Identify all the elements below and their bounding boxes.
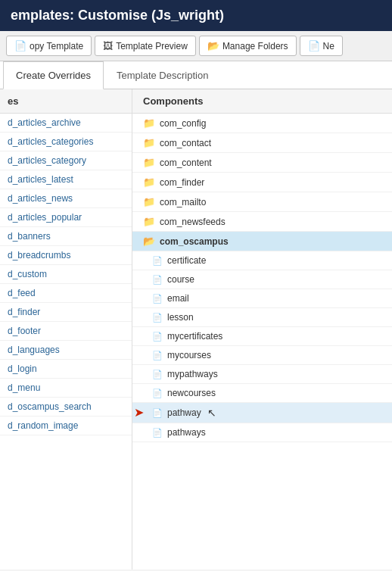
comp-label: pathway bbox=[167, 407, 201, 418]
template-preview-button[interactable]: 🖼 Template Preview bbox=[95, 36, 196, 56]
manage-folders-label: Manage Folders bbox=[222, 41, 288, 51]
list-item[interactable]: d_custom bbox=[0, 265, 132, 284]
copy-template-icon: 📄 bbox=[14, 40, 26, 51]
file-icon: 📄 bbox=[152, 313, 163, 323]
list-item[interactable]: d_languages bbox=[0, 341, 132, 360]
file-icon: 📄 bbox=[152, 388, 163, 398]
comp-item-mycourses[interactable]: 📄 mycourses bbox=[132, 346, 392, 365]
comp-label: mypathways bbox=[167, 369, 218, 379]
right-panel-header: Components bbox=[132, 89, 392, 114]
list-item[interactable]: d_finder bbox=[0, 303, 132, 322]
comp-item-com-content[interactable]: 📁 com_content bbox=[132, 153, 392, 173]
copy-template-button[interactable]: 📄 opy Template bbox=[6, 36, 92, 56]
folder-icon: 📁 bbox=[143, 137, 155, 148]
comp-label: newcourses bbox=[167, 388, 216, 398]
tab-template-description-label: Template Description bbox=[117, 70, 208, 81]
comp-item-mypathways[interactable]: 📄 mypathways bbox=[132, 365, 392, 384]
comp-item-com-finder[interactable]: 📁 com_finder bbox=[132, 173, 392, 192]
list-item[interactable]: d_articles_archive bbox=[0, 114, 132, 133]
comp-label: email bbox=[167, 293, 189, 304]
tab-create-overrides-label: Create Overrides bbox=[16, 70, 91, 81]
new-label: Ne bbox=[323, 41, 334, 51]
comp-item-course[interactable]: 📄 course bbox=[132, 270, 392, 289]
file-icon: 📄 bbox=[152, 351, 163, 360]
comp-label: mycourses bbox=[167, 350, 211, 360]
arrow-icon: ➤ bbox=[134, 407, 144, 419]
comp-item-pathway[interactable]: ➤ 📄 pathway ↖ bbox=[132, 403, 392, 423]
tabs-bar: Create Overrides Template Description bbox=[0, 61, 392, 89]
file-icon: 📄 bbox=[152, 428, 163, 438]
list-item[interactable]: d_articles_news bbox=[0, 189, 132, 208]
cursor-icon: ↖ bbox=[207, 407, 216, 419]
folder-icon: 📁 bbox=[143, 216, 155, 227]
new-button[interactable]: 📄 Ne bbox=[300, 36, 343, 56]
file-icon: 📄 bbox=[152, 275, 163, 285]
manage-folders-button[interactable]: 📂 Manage Folders bbox=[199, 36, 297, 56]
list-item[interactable]: d_articles_latest bbox=[0, 170, 132, 189]
comp-label: com_oscampus bbox=[160, 236, 229, 247]
folder-open-icon: 📂 bbox=[143, 236, 155, 247]
comp-item-lesson[interactable]: 📄 lesson bbox=[132, 308, 392, 327]
tab-create-overrides[interactable]: Create Overrides bbox=[3, 61, 104, 89]
list-item[interactable]: d_banners bbox=[0, 227, 132, 246]
list-item[interactable]: d_articles_categories bbox=[0, 133, 132, 151]
list-item[interactable]: d_articles_popular bbox=[0, 208, 132, 227]
list-item[interactable]: d_footer bbox=[0, 322, 132, 341]
left-panel: es d_articles_archive d_articles_categor… bbox=[0, 89, 132, 569]
template-preview-icon: 🖼 bbox=[103, 40, 113, 51]
comp-label: com_newsfeeds bbox=[160, 217, 226, 227]
file-icon: 📄 bbox=[152, 256, 163, 266]
file-icon: 📄 bbox=[152, 370, 163, 379]
comp-item-pathways[interactable]: 📄 pathways bbox=[132, 423, 392, 442]
folder-icon: 📁 bbox=[143, 176, 155, 188]
comp-label: com_content bbox=[160, 158, 212, 168]
file-icon: 📄 bbox=[152, 408, 163, 418]
comp-item-com-newsfeeds[interactable]: 📁 com_newsfeeds bbox=[132, 212, 392, 232]
comp-label: certificate bbox=[167, 255, 206, 266]
page-title: emplates: Customise (Js_wright) bbox=[11, 8, 224, 23]
comp-label: pathways bbox=[167, 427, 206, 438]
template-preview-label: Template Preview bbox=[116, 41, 188, 51]
comp-item-com-mailto[interactable]: 📁 com_mailto bbox=[132, 192, 392, 212]
comp-label: com_contact bbox=[160, 138, 211, 148]
comp-label: com_finder bbox=[160, 177, 204, 188]
content-area: es d_articles_archive d_articles_categor… bbox=[0, 89, 392, 569]
comp-label: com_mailto bbox=[160, 197, 206, 207]
comp-item-mycertificates[interactable]: 📄 mycertificates bbox=[132, 327, 392, 346]
tab-template-description[interactable]: Template Description bbox=[104, 61, 221, 89]
folder-icon: 📁 bbox=[143, 117, 155, 129]
right-panel: Components 📁 com_config 📁 com_contact 📁 … bbox=[132, 89, 392, 569]
comp-item-com-config[interactable]: 📁 com_config bbox=[132, 114, 392, 133]
comp-label: com_config bbox=[160, 118, 206, 129]
comp-item-email[interactable]: 📄 email bbox=[132, 289, 392, 308]
manage-folders-icon: 📂 bbox=[207, 40, 219, 51]
list-item[interactable]: d_feed bbox=[0, 284, 132, 303]
list-item[interactable]: d_articles_category bbox=[0, 151, 132, 170]
list-item[interactable]: d_random_image bbox=[0, 417, 132, 435]
file-icon: 📄 bbox=[152, 294, 163, 304]
comp-label: course bbox=[167, 274, 194, 285]
left-panel-header: es bbox=[0, 89, 132, 114]
comp-item-certificate[interactable]: 📄 certificate bbox=[132, 251, 392, 270]
toolbar: 📄 opy Template 🖼 Template Preview 📂 Mana… bbox=[0, 31, 392, 61]
folder-icon: 📁 bbox=[143, 196, 155, 207]
new-icon: 📄 bbox=[308, 40, 320, 51]
comp-label: mycertificates bbox=[167, 331, 222, 342]
folder-icon: 📁 bbox=[143, 157, 155, 168]
list-item[interactable]: d_menu bbox=[0, 379, 132, 398]
comp-item-com-oscampus[interactable]: 📂 com_oscampus bbox=[132, 232, 392, 251]
list-item[interactable]: d_login bbox=[0, 360, 132, 379]
copy-template-label: opy Template bbox=[30, 41, 83, 51]
page-header: emplates: Customise (Js_wright) bbox=[0, 0, 392, 31]
list-item[interactable]: d_oscampus_search bbox=[0, 398, 132, 417]
comp-label: lesson bbox=[167, 312, 194, 323]
comp-item-com-contact[interactable]: 📁 com_contact bbox=[132, 133, 392, 153]
list-item[interactable]: d_breadcrumbs bbox=[0, 246, 132, 265]
file-icon: 📄 bbox=[152, 332, 163, 342]
comp-item-newcourses[interactable]: 📄 newcourses bbox=[132, 384, 392, 403]
